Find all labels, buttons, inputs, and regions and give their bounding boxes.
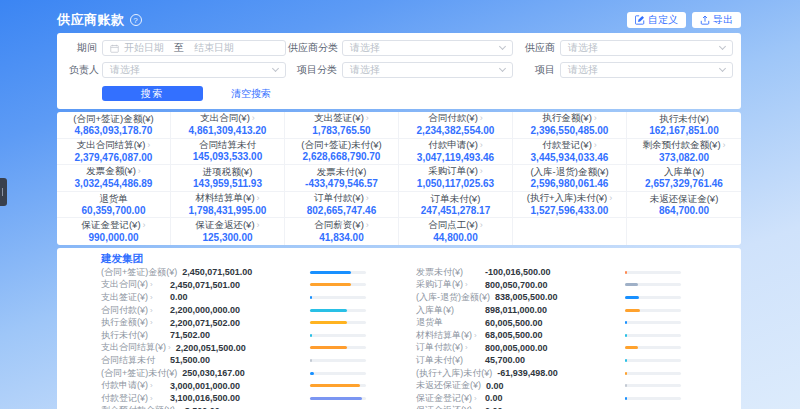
summary-card[interactable]: 合同薪资(¥)› 41,834.00: [285, 218, 399, 245]
row-bar: [625, 309, 681, 312]
supplier-category-select[interactable]: 请选择: [342, 40, 513, 56]
row-bar: [625, 384, 681, 387]
drill-arrow-icon: ›: [480, 113, 483, 123]
summary-card[interactable]: 发票金额(¥)› 3,032,454,486.89: [57, 165, 171, 192]
metric-value: 41,834.00: [319, 232, 364, 244]
row-label: 入库单(¥): [416, 304, 480, 317]
row-bar: [310, 321, 366, 324]
owner-select[interactable]: 请选择: [102, 62, 286, 78]
search-button[interactable]: 搜索: [102, 86, 203, 101]
metric-value: 990,000.00: [88, 232, 138, 244]
summary-card[interactable]: 保证金返还(¥)› 125,300.00: [171, 218, 285, 245]
group-row[interactable]: 支出签证(¥)› 0.00: [101, 291, 366, 304]
group-row[interactable]: 付款申请(¥)› 3,000,001,000.00: [101, 379, 366, 392]
drill-arrow-icon: ›: [150, 306, 153, 315]
metric-label: 进项税额(¥): [203, 166, 253, 177]
drill-arrow-icon: ›: [168, 343, 171, 352]
row-bar: [625, 372, 681, 375]
metric-label: (合同+签证)未付(¥): [301, 139, 382, 150]
row-value: -100,016,500.00: [485, 267, 551, 277]
summary-card[interactable]: 采购订单(¥)› 1,050,117,025.63: [399, 165, 513, 192]
summary-card[interactable]: 合同付款(¥)› 2,234,382,554.00: [399, 112, 513, 139]
drill-arrow-icon: ›: [257, 220, 260, 230]
row-bar: [310, 346, 366, 349]
drill-arrow-icon: ›: [480, 140, 483, 150]
supplier-select[interactable]: 请选择: [560, 40, 733, 56]
row-bar: [625, 359, 681, 362]
metric-label: 支出合同(¥): [200, 112, 250, 123]
summary-card: (合同+签证)金额(¥) 4,863,093,178.70: [57, 112, 171, 139]
group-row[interactable]: 付款登记(¥)› 3,100,016,500.00: [101, 392, 366, 405]
row-label: (执行+入库)未付(¥): [416, 367, 492, 380]
group-row: 订单未付(¥) 45,700.00: [416, 354, 681, 367]
row-bar: [625, 283, 681, 286]
row-label: 执行金额(¥)›: [101, 316, 165, 329]
group-row: 入库单(¥) 898,011,000.00: [416, 304, 681, 317]
summary-card[interactable]: 付款登记(¥)› 3,445,934,033.46: [513, 139, 627, 166]
help-icon[interactable]: ?: [130, 14, 142, 26]
project-select[interactable]: 请选择: [560, 62, 733, 78]
date-range-input[interactable]: 开始日期 至 结束日期: [102, 40, 286, 56]
summary-card[interactable]: 支出合同结算(¥)› 2,379,476,087.00: [57, 139, 171, 166]
group-row[interactable]: 订单付款(¥)› 800,005,000.00: [416, 342, 681, 355]
drill-arrow-icon: ›: [594, 113, 597, 123]
summary-card: 未返还保证金(¥) 864,700.00: [627, 192, 741, 219]
metric-label: 合同点工(¥): [428, 219, 478, 230]
customize-button[interactable]: 自定义: [627, 12, 686, 28]
row-label: (合同+签证)未付(¥): [101, 367, 177, 380]
row-value: 250,030,167.00: [182, 368, 245, 378]
row-value: 2,200,051,500.00: [176, 343, 246, 353]
drill-arrow-icon: ›: [474, 331, 477, 340]
metric-label: 合同付款(¥): [428, 112, 478, 123]
row-label: 保证金登记(¥)›: [416, 392, 480, 405]
summary-card[interactable]: 保证金登记(¥)› 990,000.00: [57, 218, 171, 245]
metric-label: (入库-退货)金额(¥): [530, 166, 608, 177]
project-category-select[interactable]: 请选择: [342, 62, 513, 78]
project-placeholder: 请选择: [568, 63, 598, 77]
metric-label: 发票未付(¥): [317, 166, 367, 177]
metric-value: 4,863,093,178.70: [75, 125, 153, 137]
drill-arrow-icon: ›: [147, 140, 150, 150]
filter-panel: 期间 开始日期 至 结束日期 供应商分类 请选择 供应商 请选择 负责人: [57, 33, 741, 109]
summary-card: 订单未付(¥) 247,451,278.17: [399, 192, 513, 219]
summary-card[interactable]: 付款申请(¥)› 3,047,119,493.46: [399, 139, 513, 166]
row-label: 采购订单(¥)›: [416, 278, 480, 291]
summary-card[interactable]: 合同点工(¥)› 44,800.00: [399, 218, 513, 245]
group-row[interactable]: 支出合同(¥)› 2,450,071,501.00: [101, 279, 366, 292]
group-row[interactable]: 支出合同结算(¥)› 2,200,051,500.00: [101, 342, 366, 355]
row-value: 2,450,071,501.00: [182, 267, 252, 277]
row-bar: [625, 334, 681, 337]
row-bar: [625, 346, 681, 349]
row-value: 0.00: [170, 292, 188, 302]
group-left-column: (合同+签证)金额(¥) 2,450,071,501.00 支出合同(¥)› 2…: [101, 266, 366, 409]
summary-card[interactable]: (执行+入库)未付(¥)› 1,527,596,433.00: [513, 192, 627, 219]
metric-value: 373,082.00: [659, 152, 709, 164]
metric-label: 支出签证(¥): [314, 112, 364, 123]
row-value: 0.00: [486, 381, 504, 391]
group-row[interactable]: 保证金登记(¥)› 0.00: [416, 392, 681, 405]
row-label: 支出合同(¥)›: [101, 278, 165, 291]
summary-card[interactable]: 材料结算单(¥)› 1,798,431,995.00: [171, 192, 285, 219]
group-section: 建发集团 (合同+签证)金额(¥) 2,450,071,501.00 支出合同(…: [57, 248, 741, 409]
group-row[interactable]: 材料结算单(¥)› 68,005,500.00: [416, 329, 681, 342]
summary-card: 退货单 60,359,700.00: [57, 192, 171, 219]
row-label: 支出合同结算(¥)›: [101, 341, 171, 354]
group-row[interactable]: 采购订单(¥)› 800,050,700.00: [416, 279, 681, 292]
metric-label: 保证金登记(¥): [81, 219, 140, 230]
summary-card[interactable]: 订单付款(¥)› 802,665,747.46: [285, 192, 399, 219]
group-row[interactable]: 执行金额(¥)› 2,200,071,502.00: [101, 316, 366, 329]
row-label: 订单付款(¥)›: [416, 341, 480, 354]
clear-search-link[interactable]: 清空搜索: [231, 87, 271, 101]
group-row[interactable]: 合同付款(¥)› 2,200,000,000.00: [101, 304, 366, 317]
export-button[interactable]: 导出: [692, 12, 741, 28]
sidebar-collapse-tab[interactable]: [0, 178, 7, 206]
summary-card[interactable]: 剩余预付款金额(¥)› 373,082.00: [627, 139, 741, 166]
summary-card[interactable]: 支出合同(¥)› 4,861,309,413.20: [171, 112, 285, 139]
summary-card[interactable]: 支出签证(¥)› 1,783,765.50: [285, 112, 399, 139]
metric-value: 143,959,511.93: [193, 178, 262, 190]
group-row[interactable]: 剩余预付款金额(¥)› 8,500.00: [101, 405, 366, 409]
metric-value: 2,628,668,790.70: [303, 151, 381, 163]
metric-label: 保证金返还(¥): [195, 219, 254, 230]
group-row[interactable]: 保证金返还(¥)› 0.00: [416, 405, 681, 409]
summary-card[interactable]: 执行金额(¥)› 2,396,550,485.00: [513, 112, 627, 139]
